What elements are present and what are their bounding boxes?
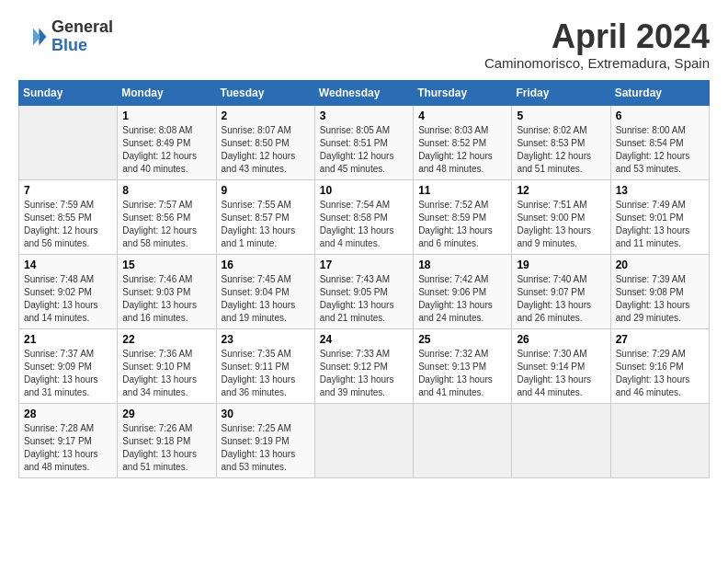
sunset-text: Sunset: 9:02 PM [24, 286, 112, 299]
sunset-text: Sunset: 8:54 PM [616, 137, 704, 150]
day-info: Sunrise: 7:26 AMSunset: 9:18 PMDaylight:… [122, 422, 210, 474]
sunset-text: Sunset: 8:57 PM [222, 212, 310, 224]
day-number: 13 [616, 184, 704, 197]
day-number: 10 [320, 184, 408, 197]
calendar-cell: 16Sunrise: 7:45 AMSunset: 9:04 PMDayligh… [216, 254, 314, 328]
daylight-text: Daylight: 13 hours and 21 minutes. [320, 299, 408, 325]
page-header: General Blue April 2024 Caminomorisco, E… [18, 18, 710, 71]
daylight-text: Daylight: 12 hours and 45 minutes. [320, 150, 408, 176]
calendar-cell: 22Sunrise: 7:36 AMSunset: 9:10 PMDayligh… [118, 328, 216, 403]
sunset-text: Sunset: 8:58 PM [320, 212, 408, 224]
logo: General Blue [18, 18, 113, 55]
sunrise-text: Sunrise: 8:03 AM [418, 124, 506, 137]
sunset-text: Sunset: 9:05 PM [320, 286, 408, 299]
calendar-week-row: 7Sunrise: 7:59 AMSunset: 8:55 PMDaylight… [19, 179, 710, 254]
day-number: 21 [24, 333, 112, 346]
sunrise-text: Sunrise: 7:36 AM [122, 348, 210, 361]
day-info: Sunrise: 7:35 AMSunset: 9:11 PMDaylight:… [222, 348, 310, 399]
sunrise-text: Sunrise: 7:29 AM [616, 348, 704, 361]
day-number: 14 [24, 259, 112, 271]
day-info: Sunrise: 7:52 AMSunset: 8:59 PMDaylight:… [418, 199, 506, 250]
daylight-text: Daylight: 12 hours and 43 minutes. [222, 150, 310, 176]
day-number: 1 [122, 109, 210, 122]
calendar-week-row: 28Sunrise: 7:28 AMSunset: 9:17 PMDayligh… [19, 403, 710, 477]
day-number: 28 [24, 408, 112, 420]
calendar-cell: 3Sunrise: 8:05 AMSunset: 8:51 PMDaylight… [314, 105, 413, 179]
logo-general-text: General [51, 17, 113, 36]
daylight-text: Daylight: 13 hours and 51 minutes. [122, 448, 210, 474]
calendar-cell: 5Sunrise: 8:02 AMSunset: 8:53 PMDaylight… [512, 105, 610, 179]
daylight-text: Daylight: 13 hours and 41 minutes. [418, 373, 506, 399]
calendar-body: 1Sunrise: 8:08 AMSunset: 8:49 PMDaylight… [19, 105, 710, 477]
daylight-text: Daylight: 13 hours and 24 minutes. [418, 299, 506, 325]
daylight-text: Daylight: 13 hours and 11 minutes. [616, 224, 704, 250]
sunset-text: Sunset: 9:12 PM [320, 361, 408, 373]
sunset-text: Sunset: 9:14 PM [517, 361, 605, 373]
sunset-text: Sunset: 9:10 PM [122, 361, 210, 373]
sunset-text: Sunset: 8:55 PM [24, 212, 112, 224]
calendar-cell: 17Sunrise: 7:43 AMSunset: 9:05 PMDayligh… [314, 254, 413, 328]
sunset-text: Sunset: 9:08 PM [616, 286, 704, 299]
sunrise-text: Sunrise: 7:28 AM [24, 422, 112, 435]
calendar-cell: 20Sunrise: 7:39 AMSunset: 9:08 PMDayligh… [610, 254, 709, 328]
sunset-text: Sunset: 9:01 PM [616, 212, 704, 224]
sunrise-text: Sunrise: 7:49 AM [616, 199, 704, 212]
sunrise-text: Sunrise: 7:57 AM [122, 199, 210, 212]
day-number: 26 [517, 333, 605, 346]
sunrise-text: Sunrise: 7:45 AM [222, 273, 310, 286]
day-number: 3 [320, 109, 408, 122]
sunset-text: Sunset: 8:53 PM [517, 137, 605, 150]
daylight-text: Daylight: 13 hours and 26 minutes. [517, 299, 605, 325]
sunrise-text: Sunrise: 8:08 AM [122, 124, 210, 137]
daylight-text: Daylight: 12 hours and 51 minutes. [517, 150, 605, 176]
day-number: 22 [122, 333, 210, 346]
daylight-text: Daylight: 12 hours and 53 minutes. [616, 150, 704, 176]
weekday-header: Monday [118, 80, 216, 105]
day-number: 9 [222, 184, 310, 197]
calendar-cell: 28Sunrise: 7:28 AMSunset: 9:17 PMDayligh… [19, 403, 118, 477]
calendar-cell: 7Sunrise: 7:59 AMSunset: 8:55 PMDaylight… [19, 179, 118, 254]
day-info: Sunrise: 8:05 AMSunset: 8:51 PMDaylight:… [320, 124, 408, 176]
sunset-text: Sunset: 8:56 PM [122, 212, 210, 224]
calendar-cell: 9Sunrise: 7:55 AMSunset: 8:57 PMDaylight… [216, 179, 314, 254]
sunrise-text: Sunrise: 7:48 AM [24, 273, 112, 286]
calendar-cell: 30Sunrise: 7:25 AMSunset: 9:19 PMDayligh… [216, 403, 314, 477]
calendar-header: SundayMondayTuesdayWednesdayThursdayFrid… [19, 80, 710, 105]
sunrise-text: Sunrise: 7:37 AM [24, 348, 112, 361]
day-info: Sunrise: 7:33 AMSunset: 9:12 PMDaylight:… [320, 348, 408, 399]
daylight-text: Daylight: 12 hours and 56 minutes. [24, 224, 112, 250]
calendar-cell: 14Sunrise: 7:48 AMSunset: 9:02 PMDayligh… [19, 254, 118, 328]
day-number: 18 [418, 259, 506, 271]
calendar-cell: 4Sunrise: 8:03 AMSunset: 8:52 PMDaylight… [414, 105, 512, 179]
daylight-text: Daylight: 12 hours and 40 minutes. [122, 150, 210, 176]
sunset-text: Sunset: 9:13 PM [418, 361, 506, 373]
weekday-header: Tuesday [216, 80, 314, 105]
day-info: Sunrise: 8:03 AMSunset: 8:52 PMDaylight:… [418, 124, 506, 176]
daylight-text: Daylight: 13 hours and 31 minutes. [24, 373, 112, 399]
calendar-cell: 8Sunrise: 7:57 AMSunset: 8:56 PMDaylight… [118, 179, 216, 254]
day-number: 30 [222, 408, 310, 420]
sunset-text: Sunset: 9:04 PM [222, 286, 310, 299]
sunset-text: Sunset: 9:09 PM [24, 361, 112, 373]
day-number: 20 [616, 259, 704, 271]
sunset-text: Sunset: 9:07 PM [517, 286, 605, 299]
day-info: Sunrise: 8:08 AMSunset: 8:49 PMDaylight:… [122, 124, 210, 176]
day-info: Sunrise: 7:48 AMSunset: 9:02 PMDaylight:… [24, 273, 112, 325]
sunrise-text: Sunrise: 7:30 AM [517, 348, 605, 361]
calendar-cell [512, 403, 610, 477]
day-info: Sunrise: 7:32 AMSunset: 9:13 PMDaylight:… [418, 348, 506, 399]
day-info: Sunrise: 7:51 AMSunset: 9:00 PMDaylight:… [517, 199, 605, 250]
calendar-cell: 12Sunrise: 7:51 AMSunset: 9:00 PMDayligh… [512, 179, 610, 254]
sunset-text: Sunset: 9:11 PM [222, 361, 310, 373]
day-info: Sunrise: 7:45 AMSunset: 9:04 PMDaylight:… [222, 273, 310, 325]
logo-text: General Blue [51, 18, 113, 55]
calendar-table: SundayMondayTuesdayWednesdayThursdayFrid… [18, 80, 710, 478]
calendar-cell: 10Sunrise: 7:54 AMSunset: 8:58 PMDayligh… [314, 179, 413, 254]
day-info: Sunrise: 7:36 AMSunset: 9:10 PMDaylight:… [122, 348, 210, 399]
calendar-cell: 15Sunrise: 7:46 AMSunset: 9:03 PMDayligh… [118, 254, 216, 328]
weekday-header: Thursday [414, 80, 512, 105]
day-number: 11 [418, 184, 506, 197]
day-number: 5 [517, 109, 605, 122]
sunset-text: Sunset: 9:17 PM [24, 435, 112, 448]
calendar-cell [414, 403, 512, 477]
